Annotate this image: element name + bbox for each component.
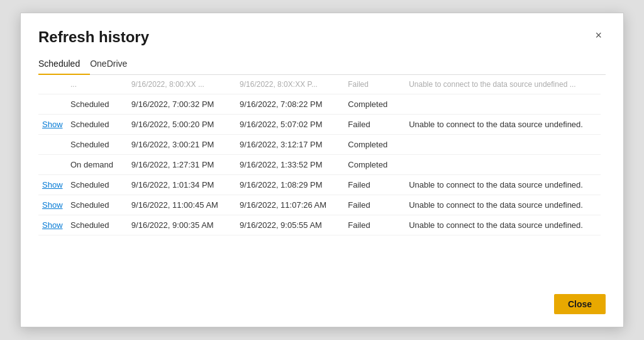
type-cell: Scheduled	[67, 94, 128, 115]
error-cell: Unable to connect to the data source und…	[405, 115, 601, 135]
status-cell: Failed	[344, 175, 405, 195]
dialog-header: Refresh history ×	[38, 28, 606, 46]
table-row: ShowScheduled9/16/2022, 11:00:45 AM9/16/…	[38, 195, 601, 215]
end-time-cell: 9/16/2022, 7:08:22 PM	[236, 94, 344, 115]
history-table-container: ...9/16/2022, 8:00:XX ...9/16/2022, 8:0X…	[38, 75, 606, 279]
start-time-cell: 9/16/2022, 5:00:20 PM	[128, 115, 236, 135]
history-table: ...9/16/2022, 8:00:XX ...9/16/2022, 8:0X…	[38, 75, 601, 235]
table-row: ...9/16/2022, 8:00:XX ...9/16/2022, 8:0X…	[38, 75, 601, 94]
type-cell: Scheduled	[67, 195, 128, 215]
close-button[interactable]: Close	[554, 294, 606, 314]
dialog-footer: Close	[38, 284, 606, 314]
start-time-cell: 9/16/2022, 3:00:21 PM	[128, 135, 236, 155]
start-time-cell: 9/16/2022, 1:27:31 PM	[128, 155, 236, 175]
type-cell: Scheduled	[67, 175, 128, 195]
table-row: Scheduled9/16/2022, 3:00:21 PM9/16/2022,…	[38, 135, 601, 155]
show-link[interactable]: Show	[38, 175, 67, 195]
close-icon-button[interactable]: ×	[591, 28, 606, 42]
type-cell: ...	[67, 75, 128, 94]
status-cell: Failed	[344, 215, 405, 235]
table-row: ShowScheduled9/16/2022, 5:00:20 PM9/16/2…	[38, 115, 601, 135]
type-cell: Scheduled	[67, 115, 128, 135]
start-time-cell: 9/16/2022, 8:00:XX ...	[128, 75, 236, 94]
end-time-cell: 9/16/2022, 11:07:26 AM	[236, 195, 344, 215]
status-cell: Completed	[344, 155, 405, 175]
status-cell: Completed	[344, 135, 405, 155]
show-link[interactable]: Show	[38, 195, 67, 215]
empty-show-cell	[38, 135, 67, 155]
tab-scheduled[interactable]: Scheduled	[38, 54, 90, 75]
error-cell	[405, 94, 601, 115]
empty-show-cell	[38, 94, 67, 115]
error-cell: Unable to connect to the data source und…	[405, 75, 601, 94]
type-cell: On demand	[67, 155, 128, 175]
type-cell: Scheduled	[67, 215, 128, 235]
error-cell: Unable to connect to the data source und…	[405, 195, 601, 215]
table-row: ShowScheduled9/16/2022, 1:01:34 PM9/16/2…	[38, 175, 601, 195]
end-time-cell: 9/16/2022, 3:12:17 PM	[236, 135, 344, 155]
start-time-cell: 9/16/2022, 9:00:35 AM	[128, 215, 236, 235]
error-cell	[405, 135, 601, 155]
status-cell: Failed	[344, 195, 405, 215]
end-time-cell: 9/16/2022, 1:08:29 PM	[236, 175, 344, 195]
end-time-cell: 9/16/2022, 1:33:52 PM	[236, 155, 344, 175]
end-time-cell: 9/16/2022, 9:05:55 AM	[236, 215, 344, 235]
table-row: ShowScheduled9/16/2022, 9:00:35 AM9/16/2…	[38, 215, 601, 235]
dialog-title: Refresh history	[38, 28, 149, 46]
table-row: On demand9/16/2022, 1:27:31 PM9/16/2022,…	[38, 155, 601, 175]
show-link[interactable]: Show	[38, 215, 67, 235]
tab-bar: Scheduled OneDrive	[38, 54, 606, 75]
start-time-cell: 9/16/2022, 1:01:34 PM	[128, 175, 236, 195]
end-time-cell: 9/16/2022, 5:07:02 PM	[236, 115, 344, 135]
table-row: Scheduled9/16/2022, 7:00:32 PM9/16/2022,…	[38, 94, 601, 115]
tab-onedrive[interactable]: OneDrive	[90, 54, 137, 75]
refresh-history-dialog: Refresh history × Scheduled OneDrive ...…	[20, 13, 624, 327]
error-cell: Unable to connect to the data source und…	[405, 175, 601, 195]
start-time-cell: 9/16/2022, 11:00:45 AM	[128, 195, 236, 215]
empty-show-cell	[38, 75, 67, 94]
show-link[interactable]: Show	[38, 115, 67, 135]
status-cell: Completed	[344, 94, 405, 115]
end-time-cell: 9/16/2022, 8:0X:XX P...	[236, 75, 344, 94]
status-cell: Failed	[344, 115, 405, 135]
start-time-cell: 9/16/2022, 7:00:32 PM	[128, 94, 236, 115]
error-cell	[405, 155, 601, 175]
error-cell: Unable to connect to the data source und…	[405, 215, 601, 235]
status-cell: Failed	[344, 75, 405, 94]
empty-show-cell	[38, 155, 67, 175]
type-cell: Scheduled	[67, 135, 128, 155]
